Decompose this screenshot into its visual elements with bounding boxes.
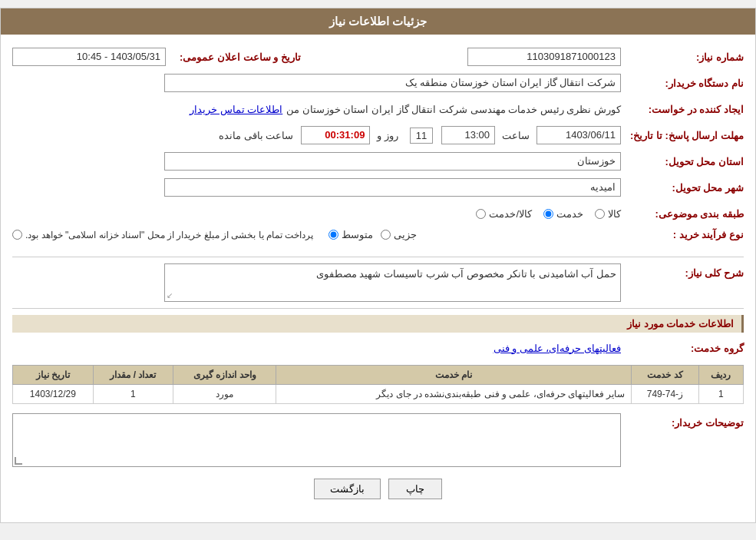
shahr-value: امیدیه	[164, 178, 621, 197]
back-button[interactable]: بازگشت	[314, 479, 381, 499]
noac-esnad-radio[interactable]	[12, 230, 22, 240]
ostan-label: استان محل تحویل:	[621, 156, 744, 167]
cell-code: ز-74-749	[632, 385, 698, 404]
announcement-label: تاریخ و ساعت اعلان عمومی:	[172, 51, 301, 63]
services-table: ردیف کد خدمت نام خدمت واحد اندازه گیری ت…	[12, 365, 744, 404]
services-section-title: اطلاعات خدمات مورد نیاز	[12, 315, 744, 333]
tabaqe-khedmat-radio[interactable]	[543, 209, 553, 219]
page-header: جزئیات اطلاعات نیاز	[1, 8, 755, 35]
creator-label: ایجاد کننده در خواست:	[621, 104, 744, 115]
col-unit: واحد اندازه گیری	[173, 366, 276, 385]
ostan-value: خوزستان	[164, 152, 621, 171]
group-label: گروه خدمت:	[621, 343, 744, 354]
sharh-label: شرح کلی نیاز:	[621, 263, 744, 279]
col-radif: ردیف	[698, 366, 743, 385]
col-date: تاریخ نیاز	[13, 366, 94, 385]
tabaqe-kala-khedmat-label: کالا/خدمت	[489, 208, 532, 220]
table-row: 1 ز-74-749 سایر فعالیتهای حرفه‌ای، علمی …	[13, 385, 744, 404]
noac-joz[interactable]: جزیی	[381, 229, 417, 240]
noac-mota-radio[interactable]	[328, 230, 338, 240]
noac-esnad[interactable]: پرداخت تمام یا بخشی از مبلغ خریدار از مح…	[12, 230, 321, 240]
sharh-box: حمل آب اشامیدنی با تانکر مخصوص آب شرب تا…	[164, 263, 621, 302]
print-button[interactable]: چاپ	[388, 479, 442, 499]
col-code: کد خدمت	[632, 366, 698, 385]
mohlat-day-label: روز و	[377, 130, 398, 141]
cell-radif: 1	[698, 385, 743, 404]
noac-joz-radio[interactable]	[381, 230, 391, 240]
tosih-box[interactable]	[12, 413, 621, 467]
shomara-label: شماره نیاز:	[621, 51, 744, 63]
noac-mota[interactable]: متوسط	[328, 229, 373, 240]
tabaqe-khedmat-label: خدمت	[556, 208, 583, 220]
tabaqe-kala-khedmat[interactable]: کالا/خدمت	[476, 208, 532, 220]
noac-note: پرداخت تمام یا بخشی از مبلغ خریدار از مح…	[25, 230, 313, 240]
divider-1	[12, 257, 744, 257]
tabaqe-kala-khedmat-radio[interactable]	[476, 209, 486, 219]
name-label: نام دستگاه خریدار:	[621, 78, 744, 89]
announcement-value: 1403/05/31 - 10:45	[12, 48, 166, 66]
noac-joz-label: جزیی	[394, 229, 417, 240]
mohlat-date: 1403/06/11	[536, 126, 621, 144]
name-value: شرکت انتقال گاز ایران استان خوزستان منطق…	[164, 74, 621, 92]
mohlat-time-label: ساعت	[502, 130, 530, 141]
cell-unit: مورد	[173, 385, 276, 404]
mohlat-remaining-label: ساعت باقی مانده	[219, 130, 293, 141]
col-count: تعداد / مقدار	[93, 366, 173, 385]
noac-label: نوع فرآیند خرید :	[621, 229, 744, 240]
mohlat-label: مهلت ارسال پاسخ: تا تاریخ:	[621, 130, 744, 141]
cell-count: 1	[93, 385, 173, 404]
mohlat-days-value: 11	[410, 128, 433, 144]
group-value[interactable]: فعالیتهای حرفه‌ای، علمی و فنی	[494, 343, 621, 354]
cell-date: 1403/12/29	[13, 385, 94, 404]
sharh-value: حمل آب اشامیدنی با تانکر مخصوص آب شرب تا…	[169, 268, 616, 280]
button-row: چاپ بازگشت	[12, 479, 744, 511]
creator-link[interactable]: اطلاعات تماس خریدار	[190, 104, 282, 115]
tosih-resize-handle	[15, 457, 22, 465]
tabaqe-kala-label: کالا	[608, 208, 621, 220]
col-name: نام خدمت	[276, 366, 632, 385]
mohlat-time: 13:00	[441, 126, 495, 144]
noac-mota-label: متوسط	[342, 229, 373, 240]
tabaqe-label: طبقه بندی موضوعی:	[621, 208, 744, 220]
page-title: جزئیات اطلاعات نیاز	[329, 15, 427, 28]
tabaqe-kala[interactable]: کالا	[595, 208, 621, 220]
divider-2	[12, 308, 744, 309]
tabaqe-khedmat[interactable]: خدمت	[543, 208, 583, 220]
shomara-value: 1103091871000123	[467, 48, 621, 66]
cell-name: سایر فعالیتهای حرفه‌ای، علمی و فنی طبقه‌…	[276, 385, 632, 404]
creator-value: کورش نظری رئیس خدمات مهندسی شرکت انتقال …	[286, 104, 621, 115]
tosih-label: توضیحات خریدار:	[621, 413, 744, 429]
shahr-label: شهر محل تحویل:	[621, 182, 744, 194]
resize-icon: ↙	[167, 291, 173, 300]
tabaqe-kala-radio[interactable]	[595, 209, 605, 219]
mohlat-remaining: 00:31:09	[301, 126, 370, 144]
